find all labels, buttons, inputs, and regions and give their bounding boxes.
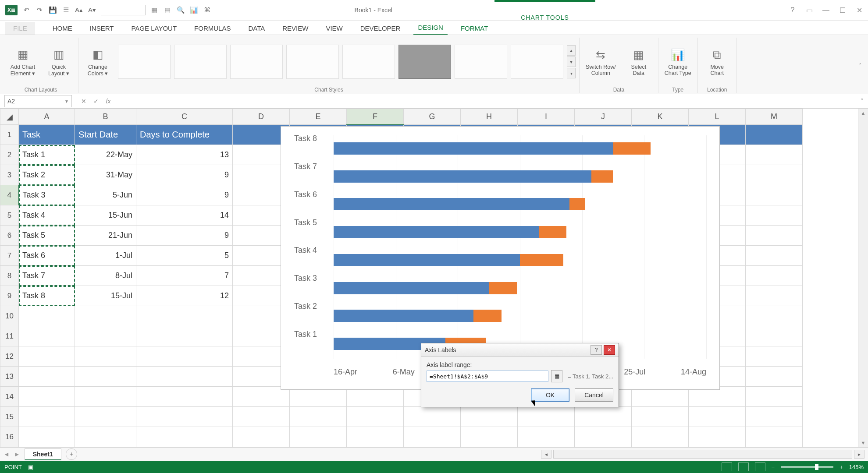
- range-picker-icon[interactable]: ▦: [551, 370, 562, 382]
- col-header[interactable]: H: [461, 109, 518, 125]
- help-icon[interactable]: ?: [788, 6, 797, 14]
- cell[interactable]: [75, 367, 136, 387]
- cell[interactable]: [746, 286, 803, 306]
- tab-home[interactable]: HOME: [48, 22, 77, 35]
- confirm-edit-icon[interactable]: ✓: [92, 98, 100, 105]
- formula-input[interactable]: [117, 96, 856, 106]
- chart-category-label[interactable]: Task 3: [294, 272, 317, 285]
- cell[interactable]: 1-Jul: [75, 246, 136, 266]
- cell[interactable]: [746, 185, 803, 205]
- cell[interactable]: 9: [136, 185, 233, 205]
- chart-bar[interactable]: [334, 254, 706, 266]
- row-header[interactable]: 15: [0, 407, 19, 427]
- zoom-value[interactable]: 145%: [849, 464, 864, 470]
- horizontal-scrollbar[interactable]: ◄ ►: [541, 450, 864, 459]
- cell[interactable]: Task 8: [19, 286, 75, 306]
- quick-layout-button[interactable]: ▥ Quick Layout ▾: [43, 46, 75, 78]
- dialog-title-bar[interactable]: Axis Labels ? ✕: [421, 343, 619, 357]
- zoom-out-icon[interactable]: −: [772, 464, 775, 470]
- cell[interactable]: [136, 326, 233, 346]
- formula-bar-expand-icon[interactable]: ˅: [856, 98, 868, 105]
- tab-formulas[interactable]: FORMULAS: [190, 22, 235, 35]
- col-header[interactable]: E: [290, 109, 347, 125]
- chart-bar[interactable]: [334, 170, 706, 183]
- sheet-nav-next-icon[interactable]: ►: [14, 451, 20, 458]
- maximize-icon[interactable]: ☐: [838, 6, 847, 14]
- cell[interactable]: [19, 346, 75, 367]
- cell[interactable]: [290, 407, 347, 427]
- row-header[interactable]: 1: [0, 125, 19, 145]
- dialog-help-icon[interactable]: ?: [591, 345, 602, 355]
- col-header[interactable]: I: [518, 109, 575, 125]
- minimize-icon[interactable]: —: [822, 6, 830, 14]
- cell[interactable]: Task 6: [19, 246, 75, 266]
- view-normal-icon[interactable]: [722, 462, 732, 471]
- cell[interactable]: [19, 427, 75, 447]
- chart-category-label[interactable]: Task 7: [294, 161, 317, 173]
- col-header[interactable]: B: [75, 109, 136, 125]
- chart-style-thumb[interactable]: [286, 45, 339, 79]
- cell[interactable]: Start Date: [75, 125, 136, 145]
- chart-style-thumb[interactable]: [230, 45, 283, 79]
- cell[interactable]: Task 4: [19, 205, 75, 226]
- cell[interactable]: [19, 387, 75, 407]
- cell[interactable]: [75, 346, 136, 367]
- cell[interactable]: 8-Jul: [75, 266, 136, 286]
- tab-format[interactable]: FORMAT: [456, 22, 492, 35]
- cell[interactable]: [461, 427, 518, 447]
- column-header-row[interactable]: ◢ A B C D E F G H I J K L M: [0, 109, 803, 125]
- cell[interactable]: [19, 306, 75, 326]
- axis-label-range-input[interactable]: [427, 371, 548, 382]
- redo-icon[interactable]: ↷: [35, 6, 44, 14]
- tab-data[interactable]: DATA: [244, 22, 269, 35]
- gallery-scroll-down-icon[interactable]: ▼: [567, 56, 576, 67]
- scroll-up-icon[interactable]: ▲: [858, 109, 868, 117]
- cell[interactable]: [404, 427, 461, 447]
- collapse-ribbon-icon[interactable]: ˄: [859, 62, 864, 69]
- cell[interactable]: Task 5: [19, 226, 75, 246]
- vertical-scrollbar[interactable]: ▲ ▼: [858, 109, 868, 447]
- chart-style-thumb[interactable]: [118, 45, 171, 79]
- cell[interactable]: [518, 427, 575, 447]
- col-header[interactable]: D: [233, 109, 290, 125]
- cell[interactable]: [518, 407, 575, 427]
- zoom-in-icon[interactable]: +: [840, 464, 843, 470]
- cell[interactable]: [575, 407, 632, 427]
- cell[interactable]: [233, 407, 290, 427]
- cell[interactable]: [746, 326, 803, 346]
- col-header[interactable]: L: [689, 109, 746, 125]
- touch-mode-icon[interactable]: ☰: [61, 6, 70, 14]
- tab-design[interactable]: DESIGN: [413, 21, 448, 35]
- cell[interactable]: 9: [136, 226, 233, 246]
- cell[interactable]: [746, 246, 803, 266]
- row-header[interactable]: 13: [0, 367, 19, 387]
- chart-plot-area[interactable]: [334, 135, 706, 359]
- cell[interactable]: [136, 387, 233, 407]
- ribbon-display-options-icon[interactable]: ▭: [805, 6, 814, 14]
- undo-icon[interactable]: ↶: [22, 6, 31, 14]
- chart-category-label[interactable]: Task 6: [294, 188, 317, 201]
- cell[interactable]: [75, 407, 136, 427]
- worksheet-area[interactable]: ◢ A B C D E F G H I J K L M 1TaskStart D…: [0, 109, 868, 447]
- qat-icon-5[interactable]: ⌘: [203, 6, 211, 14]
- tab-view[interactable]: VIEW: [321, 22, 347, 35]
- row-header[interactable]: 5: [0, 205, 19, 226]
- chart-category-label[interactable]: Task 2: [294, 300, 317, 312]
- cell[interactable]: [75, 306, 136, 326]
- cell[interactable]: [689, 407, 746, 427]
- view-page-break-icon[interactable]: [755, 462, 765, 471]
- cell[interactable]: [347, 427, 404, 447]
- change-colors-button[interactable]: ◧ Change Colors ▾: [82, 46, 114, 78]
- chart-style-thumb-selected[interactable]: [398, 45, 451, 79]
- cell[interactable]: 22-May: [75, 145, 136, 165]
- dialog-close-icon[interactable]: ✕: [604, 345, 615, 355]
- sheet-tab-sheet1[interactable]: Sheet1: [25, 448, 61, 460]
- chart-category-label[interactable]: Task 8: [294, 133, 317, 145]
- row-header[interactable]: 2: [0, 145, 19, 165]
- cell[interactable]: [746, 125, 803, 145]
- cell[interactable]: 31-May: [75, 165, 136, 185]
- row-header[interactable]: 6: [0, 226, 19, 246]
- hscroll-left-icon[interactable]: ◄: [541, 450, 551, 459]
- row-header[interactable]: 7: [0, 246, 19, 266]
- qat-icon-1[interactable]: ▦: [150, 6, 159, 14]
